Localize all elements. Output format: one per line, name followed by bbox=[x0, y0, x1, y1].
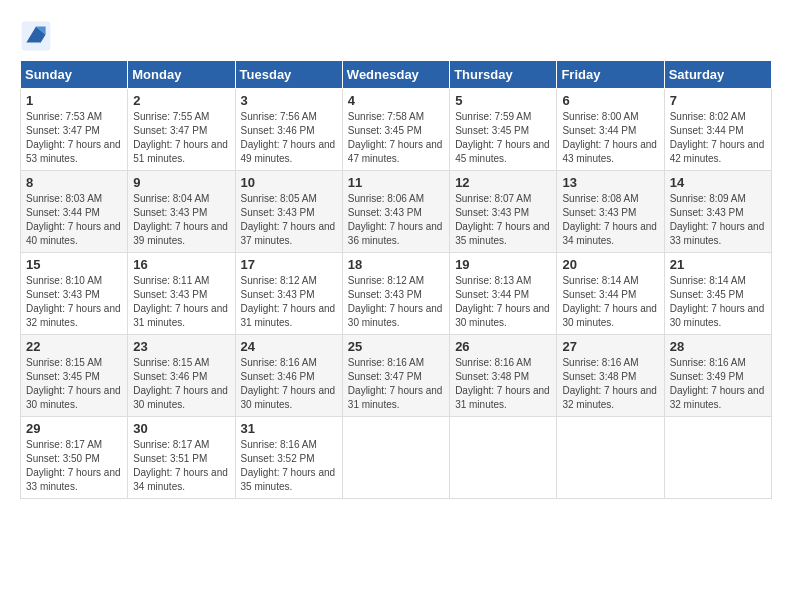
calendar-week-row: 22Sunrise: 8:15 AMSunset: 3:45 PMDayligh… bbox=[21, 335, 772, 417]
day-info: Sunrise: 8:11 AMSunset: 3:43 PMDaylight:… bbox=[133, 274, 229, 330]
calendar-cell: 13Sunrise: 8:08 AMSunset: 3:43 PMDayligh… bbox=[557, 171, 664, 253]
calendar-cell: 21Sunrise: 8:14 AMSunset: 3:45 PMDayligh… bbox=[664, 253, 771, 335]
calendar-cell: 29Sunrise: 8:17 AMSunset: 3:50 PMDayligh… bbox=[21, 417, 128, 499]
day-info: Sunrise: 8:03 AMSunset: 3:44 PMDaylight:… bbox=[26, 192, 122, 248]
weekday-header-tuesday: Tuesday bbox=[235, 61, 342, 89]
day-info: Sunrise: 8:15 AMSunset: 3:45 PMDaylight:… bbox=[26, 356, 122, 412]
day-number: 12 bbox=[455, 175, 551, 190]
calendar-cell: 2Sunrise: 7:55 AMSunset: 3:47 PMDaylight… bbox=[128, 89, 235, 171]
calendar-cell bbox=[342, 417, 449, 499]
calendar-cell: 4Sunrise: 7:58 AMSunset: 3:45 PMDaylight… bbox=[342, 89, 449, 171]
day-info: Sunrise: 8:05 AMSunset: 3:43 PMDaylight:… bbox=[241, 192, 337, 248]
day-number: 9 bbox=[133, 175, 229, 190]
calendar-week-row: 15Sunrise: 8:10 AMSunset: 3:43 PMDayligh… bbox=[21, 253, 772, 335]
day-number: 3 bbox=[241, 93, 337, 108]
day-number: 6 bbox=[562, 93, 658, 108]
day-info: Sunrise: 7:55 AMSunset: 3:47 PMDaylight:… bbox=[133, 110, 229, 166]
day-info: Sunrise: 8:14 AMSunset: 3:45 PMDaylight:… bbox=[670, 274, 766, 330]
calendar-week-row: 8Sunrise: 8:03 AMSunset: 3:44 PMDaylight… bbox=[21, 171, 772, 253]
day-info: Sunrise: 8:08 AMSunset: 3:43 PMDaylight:… bbox=[562, 192, 658, 248]
day-number: 22 bbox=[26, 339, 122, 354]
day-info: Sunrise: 8:17 AMSunset: 3:51 PMDaylight:… bbox=[133, 438, 229, 494]
day-info: Sunrise: 8:15 AMSunset: 3:46 PMDaylight:… bbox=[133, 356, 229, 412]
day-info: Sunrise: 8:02 AMSunset: 3:44 PMDaylight:… bbox=[670, 110, 766, 166]
calendar-cell: 22Sunrise: 8:15 AMSunset: 3:45 PMDayligh… bbox=[21, 335, 128, 417]
day-number: 29 bbox=[26, 421, 122, 436]
calendar-cell: 31Sunrise: 8:16 AMSunset: 3:52 PMDayligh… bbox=[235, 417, 342, 499]
calendar-cell: 8Sunrise: 8:03 AMSunset: 3:44 PMDaylight… bbox=[21, 171, 128, 253]
calendar-week-row: 1Sunrise: 7:53 AMSunset: 3:47 PMDaylight… bbox=[21, 89, 772, 171]
day-number: 4 bbox=[348, 93, 444, 108]
day-number: 30 bbox=[133, 421, 229, 436]
day-number: 24 bbox=[241, 339, 337, 354]
calendar-cell: 10Sunrise: 8:05 AMSunset: 3:43 PMDayligh… bbox=[235, 171, 342, 253]
calendar-cell: 28Sunrise: 8:16 AMSunset: 3:49 PMDayligh… bbox=[664, 335, 771, 417]
day-number: 8 bbox=[26, 175, 122, 190]
calendar-cell: 23Sunrise: 8:15 AMSunset: 3:46 PMDayligh… bbox=[128, 335, 235, 417]
day-number: 2 bbox=[133, 93, 229, 108]
day-number: 19 bbox=[455, 257, 551, 272]
day-number: 26 bbox=[455, 339, 551, 354]
day-number: 10 bbox=[241, 175, 337, 190]
day-info: Sunrise: 8:16 AMSunset: 3:47 PMDaylight:… bbox=[348, 356, 444, 412]
calendar-cell: 20Sunrise: 8:14 AMSunset: 3:44 PMDayligh… bbox=[557, 253, 664, 335]
day-number: 21 bbox=[670, 257, 766, 272]
day-info: Sunrise: 8:16 AMSunset: 3:48 PMDaylight:… bbox=[455, 356, 551, 412]
calendar-cell: 18Sunrise: 8:12 AMSunset: 3:43 PMDayligh… bbox=[342, 253, 449, 335]
day-number: 20 bbox=[562, 257, 658, 272]
day-number: 15 bbox=[26, 257, 122, 272]
day-info: Sunrise: 8:16 AMSunset: 3:49 PMDaylight:… bbox=[670, 356, 766, 412]
calendar-cell: 19Sunrise: 8:13 AMSunset: 3:44 PMDayligh… bbox=[450, 253, 557, 335]
calendar-cell: 27Sunrise: 8:16 AMSunset: 3:48 PMDayligh… bbox=[557, 335, 664, 417]
weekday-header-friday: Friday bbox=[557, 61, 664, 89]
calendar-body: 1Sunrise: 7:53 AMSunset: 3:47 PMDaylight… bbox=[21, 89, 772, 499]
calendar-cell: 1Sunrise: 7:53 AMSunset: 3:47 PMDaylight… bbox=[21, 89, 128, 171]
day-number: 17 bbox=[241, 257, 337, 272]
day-info: Sunrise: 8:00 AMSunset: 3:44 PMDaylight:… bbox=[562, 110, 658, 166]
weekday-header-saturday: Saturday bbox=[664, 61, 771, 89]
calendar-week-row: 29Sunrise: 8:17 AMSunset: 3:50 PMDayligh… bbox=[21, 417, 772, 499]
day-info: Sunrise: 8:17 AMSunset: 3:50 PMDaylight:… bbox=[26, 438, 122, 494]
calendar-cell: 24Sunrise: 8:16 AMSunset: 3:46 PMDayligh… bbox=[235, 335, 342, 417]
calendar-cell: 7Sunrise: 8:02 AMSunset: 3:44 PMDaylight… bbox=[664, 89, 771, 171]
calendar-cell bbox=[450, 417, 557, 499]
calendar-cell: 26Sunrise: 8:16 AMSunset: 3:48 PMDayligh… bbox=[450, 335, 557, 417]
day-info: Sunrise: 8:04 AMSunset: 3:43 PMDaylight:… bbox=[133, 192, 229, 248]
calendar-cell: 12Sunrise: 8:07 AMSunset: 3:43 PMDayligh… bbox=[450, 171, 557, 253]
day-info: Sunrise: 7:58 AMSunset: 3:45 PMDaylight:… bbox=[348, 110, 444, 166]
day-info: Sunrise: 7:53 AMSunset: 3:47 PMDaylight:… bbox=[26, 110, 122, 166]
calendar-cell: 5Sunrise: 7:59 AMSunset: 3:45 PMDaylight… bbox=[450, 89, 557, 171]
day-info: Sunrise: 7:56 AMSunset: 3:46 PMDaylight:… bbox=[241, 110, 337, 166]
day-info: Sunrise: 8:13 AMSunset: 3:44 PMDaylight:… bbox=[455, 274, 551, 330]
calendar-cell: 14Sunrise: 8:09 AMSunset: 3:43 PMDayligh… bbox=[664, 171, 771, 253]
logo bbox=[20, 20, 56, 52]
day-number: 18 bbox=[348, 257, 444, 272]
calendar-cell: 11Sunrise: 8:06 AMSunset: 3:43 PMDayligh… bbox=[342, 171, 449, 253]
day-number: 13 bbox=[562, 175, 658, 190]
day-number: 11 bbox=[348, 175, 444, 190]
day-info: Sunrise: 8:16 AMSunset: 3:48 PMDaylight:… bbox=[562, 356, 658, 412]
weekday-header-thursday: Thursday bbox=[450, 61, 557, 89]
calendar-cell: 6Sunrise: 8:00 AMSunset: 3:44 PMDaylight… bbox=[557, 89, 664, 171]
day-info: Sunrise: 8:14 AMSunset: 3:44 PMDaylight:… bbox=[562, 274, 658, 330]
calendar-cell bbox=[557, 417, 664, 499]
day-info: Sunrise: 8:07 AMSunset: 3:43 PMDaylight:… bbox=[455, 192, 551, 248]
calendar-cell: 17Sunrise: 8:12 AMSunset: 3:43 PMDayligh… bbox=[235, 253, 342, 335]
calendar-cell: 9Sunrise: 8:04 AMSunset: 3:43 PMDaylight… bbox=[128, 171, 235, 253]
day-info: Sunrise: 8:16 AMSunset: 3:52 PMDaylight:… bbox=[241, 438, 337, 494]
day-info: Sunrise: 8:06 AMSunset: 3:43 PMDaylight:… bbox=[348, 192, 444, 248]
day-number: 16 bbox=[133, 257, 229, 272]
calendar-header-row: SundayMondayTuesdayWednesdayThursdayFrid… bbox=[21, 61, 772, 89]
calendar-cell: 3Sunrise: 7:56 AMSunset: 3:46 PMDaylight… bbox=[235, 89, 342, 171]
day-number: 5 bbox=[455, 93, 551, 108]
day-number: 7 bbox=[670, 93, 766, 108]
day-number: 1 bbox=[26, 93, 122, 108]
day-number: 25 bbox=[348, 339, 444, 354]
calendar-table: SundayMondayTuesdayWednesdayThursdayFrid… bbox=[20, 60, 772, 499]
calendar-cell: 30Sunrise: 8:17 AMSunset: 3:51 PMDayligh… bbox=[128, 417, 235, 499]
day-info: Sunrise: 7:59 AMSunset: 3:45 PMDaylight:… bbox=[455, 110, 551, 166]
weekday-header-monday: Monday bbox=[128, 61, 235, 89]
day-number: 27 bbox=[562, 339, 658, 354]
logo-icon bbox=[20, 20, 52, 52]
day-number: 31 bbox=[241, 421, 337, 436]
